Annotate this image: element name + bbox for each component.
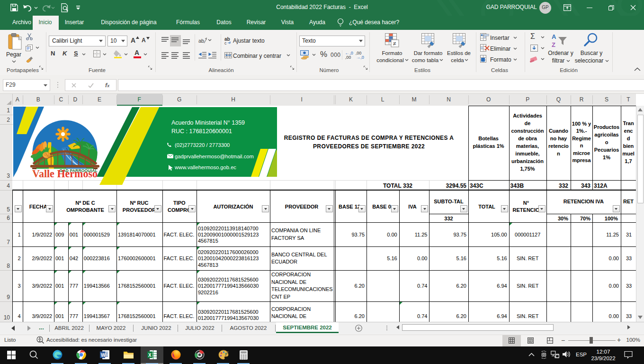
svg-text:X: X [148,353,152,358]
svg-text:Z: Z [552,41,555,48]
svg-text:W: W [101,353,106,358]
svg-text:Acuerdo Ministerial N° 1359: Acuerdo Ministerial N° 1359 [171,119,245,126]
svg-text:Valle Hermoso: Valle Hermoso [32,168,98,180]
svg-text:RUC : 1768120600001: RUC : 1768120600001 [171,128,232,135]
svg-text:≠: ≠ [393,40,396,47]
svg-text:gadprvallehermoso@hotmail.com: gadprvallehermoso@hotmail.com [175,154,254,159]
svg-text:www.vallehermoso.gob.ec: www.vallehermoso.gob.ec [174,164,236,170]
svg-text:(02)2773220 / 2773300: (02)2773220 / 2773300 [175,142,230,148]
svg-text:A: A [552,33,556,40]
